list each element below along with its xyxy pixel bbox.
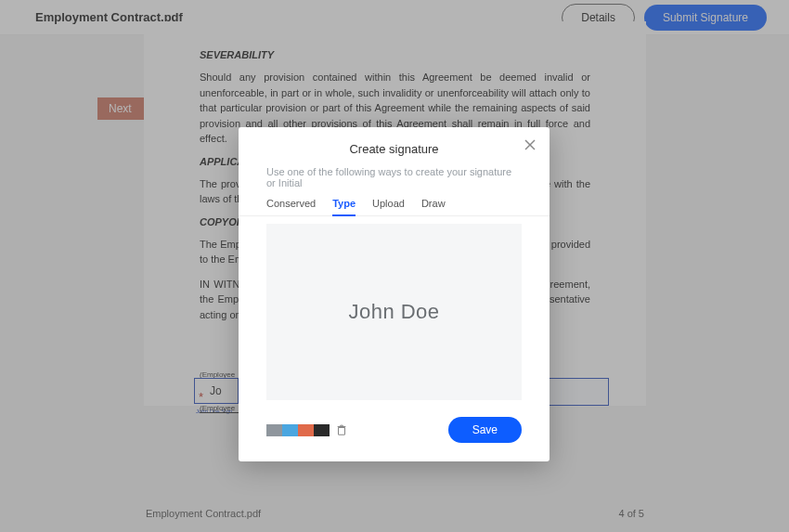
tab-type[interactable]: Type	[332, 198, 356, 216]
signature-preview-text: John Doe	[348, 300, 439, 324]
color-swatch-blue[interactable]	[282, 424, 298, 436]
color-swatch-orange[interactable]	[298, 424, 314, 436]
modal-header: Create signature	[239, 127, 550, 162]
create-signature-modal: Create signature Use one of the followin…	[239, 127, 550, 461]
modal-footer: Save	[239, 400, 550, 443]
trash-icon[interactable]	[335, 423, 348, 436]
tab-draw[interactable]: Draw	[421, 198, 446, 215]
modal-title: Create signature	[349, 142, 438, 156]
color-swatches	[266, 424, 330, 436]
modal-subtitle: Use one of the following ways to create …	[239, 162, 550, 198]
save-button[interactable]: Save	[448, 417, 522, 443]
close-icon[interactable]	[524, 138, 537, 151]
color-swatch-gray[interactable]	[266, 424, 282, 436]
color-swatch-black[interactable]	[314, 424, 330, 436]
tab-upload[interactable]: Upload	[372, 198, 405, 215]
svg-rect-2	[339, 427, 345, 435]
modal-tabs: Conserved Type Upload Draw	[239, 198, 550, 216]
tab-conserved[interactable]: Conserved	[266, 198, 316, 215]
signature-canvas[interactable]: John Doe	[266, 224, 522, 400]
